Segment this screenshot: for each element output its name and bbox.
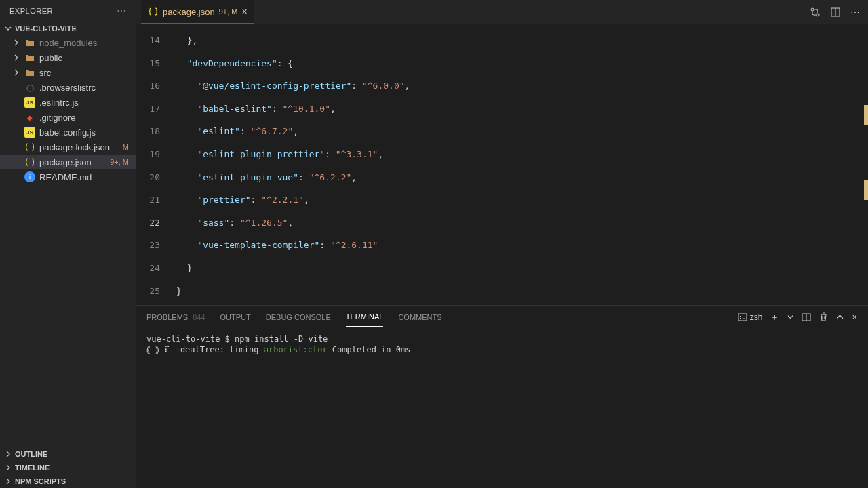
section-outline[interactable]: OUTLINE bbox=[0, 447, 136, 461]
new-terminal-icon[interactable]: ＋ bbox=[770, 311, 779, 323]
line-gutter: 141516171819202122232425 bbox=[136, 24, 176, 305]
item-name: README.md bbox=[39, 172, 132, 182]
item-name: node_modules bbox=[39, 38, 132, 48]
folder-icon bbox=[24, 37, 35, 48]
file-item[interactable]: ◯.browserslistrc bbox=[0, 80, 136, 95]
chevron-right-icon bbox=[12, 68, 20, 77]
code-content: }, "devDependencies": { "@vue/eslint-con… bbox=[176, 24, 868, 305]
code-line: "eslint-plugin-prettier": "^3.3.1", bbox=[176, 143, 868, 166]
item-name: .eslintrc.js bbox=[39, 98, 132, 108]
explorer-header: EXPLORER ⋯ bbox=[0, 0, 136, 22]
explorer-more-icon[interactable]: ⋯ bbox=[117, 5, 127, 16]
tabs-right-actions: ⋯ bbox=[802, 7, 868, 18]
item-name: package-lock.json bbox=[39, 142, 119, 152]
compare-changes-icon[interactable] bbox=[810, 7, 821, 18]
tab-terminal[interactable]: TERMINAL bbox=[346, 307, 384, 327]
line-number: 25 bbox=[136, 280, 160, 303]
terminal-line: ⸨ ⸩ ⠏ idealTree: timing arborist:ctor Co… bbox=[146, 344, 857, 355]
tab-problems[interactable]: PROBLEMS 844 bbox=[146, 308, 205, 327]
code-line: "@vue/eslint-config-prettier": "^6.0.0", bbox=[176, 75, 868, 98]
section-npm-scripts[interactable]: NPM SCRIPTS bbox=[0, 474, 136, 488]
section-label: NPM SCRIPTS bbox=[15, 477, 66, 485]
minimap-change-marker bbox=[864, 105, 868, 125]
file-item[interactable]: package.json9+, M bbox=[0, 155, 136, 169]
close-panel-icon[interactable]: × bbox=[852, 312, 857, 322]
split-editor-icon[interactable] bbox=[830, 7, 841, 18]
section-label: OUTLINE bbox=[15, 450, 47, 458]
code-editor[interactable]: 141516171819202122232425 }, "devDependen… bbox=[136, 24, 868, 305]
code-line: "vue-template-compiler": "^2.6.11" bbox=[176, 234, 868, 257]
sidebar-bottom-sections: OUTLINE TIMELINE NPM SCRIPTS bbox=[0, 447, 136, 488]
tab-comments[interactable]: COMMENTS bbox=[398, 308, 441, 327]
section-label: TIMELINE bbox=[15, 464, 50, 472]
terminal-line: vue-cli-to-vite $ npm install -D vite bbox=[146, 333, 857, 344]
json-icon bbox=[148, 6, 159, 17]
code-line: "prettier": "^2.2.1", bbox=[176, 188, 868, 211]
chevron-down-icon bbox=[4, 24, 12, 33]
item-name: public bbox=[39, 53, 132, 63]
git-status: M bbox=[123, 143, 129, 151]
close-icon[interactable]: × bbox=[241, 6, 247, 17]
line-number: 24 bbox=[136, 257, 160, 280]
tab-debug-console[interactable]: DEBUG CONSOLE bbox=[266, 308, 331, 327]
kill-terminal-icon[interactable] bbox=[819, 312, 828, 321]
tab-filename: package.json bbox=[163, 7, 215, 17]
tab-output[interactable]: OUTPUT bbox=[220, 308, 251, 327]
folder-item[interactable]: src bbox=[0, 65, 136, 80]
svg-point-0 bbox=[811, 8, 814, 11]
folder-item[interactable]: node_modules bbox=[0, 35, 136, 50]
panel-tabs: PROBLEMS 844 OUTPUT DEBUG CONSOLE TERMIN… bbox=[136, 306, 868, 328]
line-number: 16 bbox=[136, 75, 160, 98]
code-line: }, bbox=[176, 29, 868, 52]
chevron-right-icon bbox=[4, 464, 12, 472]
main-area: package.json 9+, M × ⋯ 14151617181920212… bbox=[136, 0, 868, 488]
code-line: } bbox=[176, 280, 868, 303]
line-number: 22 bbox=[136, 211, 160, 235]
svg-point-1 bbox=[816, 14, 819, 16]
line-number: 14 bbox=[136, 29, 160, 52]
code-line: "eslint": "^6.7.2", bbox=[176, 120, 868, 143]
terminal-icon bbox=[738, 312, 747, 322]
terminal-body[interactable]: vue-cli-to-vite $ npm install -D vite ⸨ … bbox=[136, 328, 868, 488]
tab-status: 9+, M bbox=[219, 7, 238, 16]
line-number: 17 bbox=[136, 98, 160, 121]
file-item[interactable]: JSbabel.config.js bbox=[0, 125, 136, 140]
explorer-title: EXPLORER bbox=[9, 7, 53, 15]
file-tree: node_modulespublicsrc◯.browserslistrcJS.… bbox=[0, 35, 136, 447]
folder-item[interactable]: public bbox=[0, 50, 136, 65]
minimap-change-marker bbox=[864, 180, 868, 200]
chevron-right-icon bbox=[12, 54, 20, 62]
code-line: "devDependencies": { bbox=[176, 52, 868, 75]
line-number: 19 bbox=[136, 143, 160, 166]
explorer-sidebar: EXPLORER ⋯ VUE-CLI-TO-VITE node_modulesp… bbox=[0, 0, 136, 488]
chevron-right-icon bbox=[4, 477, 12, 485]
code-line: "eslint-plugin-vue": "^6.2.2", bbox=[176, 166, 868, 189]
file-item[interactable]: package-lock.jsonM bbox=[0, 140, 136, 155]
item-name: .browserslistrc bbox=[39, 83, 132, 93]
project-root[interactable]: VUE-CLI-TO-VITE bbox=[0, 22, 136, 35]
file-item[interactable]: iREADME.md bbox=[0, 169, 136, 184]
split-terminal-icon[interactable] bbox=[802, 312, 811, 322]
line-number: 21 bbox=[136, 188, 160, 211]
code-line: } bbox=[176, 257, 868, 280]
terminal-shell-selector[interactable]: zsh bbox=[738, 312, 763, 322]
panel: PROBLEMS 844 OUTPUT DEBUG CONSOLE TERMIN… bbox=[136, 305, 868, 488]
line-number: 18 bbox=[136, 120, 160, 143]
item-name: src bbox=[39, 68, 132, 78]
folder-icon bbox=[24, 52, 35, 63]
code-line: "babel-eslint": "^10.1.0", bbox=[176, 98, 868, 121]
editor-tabs: package.json 9+, M × ⋯ bbox=[136, 0, 868, 24]
line-number: 23 bbox=[136, 234, 160, 257]
item-name: .gitignore bbox=[39, 113, 132, 123]
svg-rect-4 bbox=[738, 314, 747, 321]
chevron-right-icon bbox=[4, 450, 12, 458]
file-item[interactable]: ◆.gitignore bbox=[0, 110, 136, 125]
more-actions-icon[interactable]: ⋯ bbox=[850, 7, 860, 18]
file-item[interactable]: JS.eslintrc.js bbox=[0, 95, 136, 110]
tab-package-json[interactable]: package.json 9+, M × bbox=[141, 0, 254, 24]
item-name: babel.config.js bbox=[39, 127, 132, 138]
terminal-dropdown-icon[interactable] bbox=[787, 314, 793, 320]
folder-icon bbox=[24, 67, 35, 78]
maximize-panel-icon[interactable] bbox=[836, 313, 844, 321]
section-timeline[interactable]: TIMELINE bbox=[0, 461, 136, 474]
